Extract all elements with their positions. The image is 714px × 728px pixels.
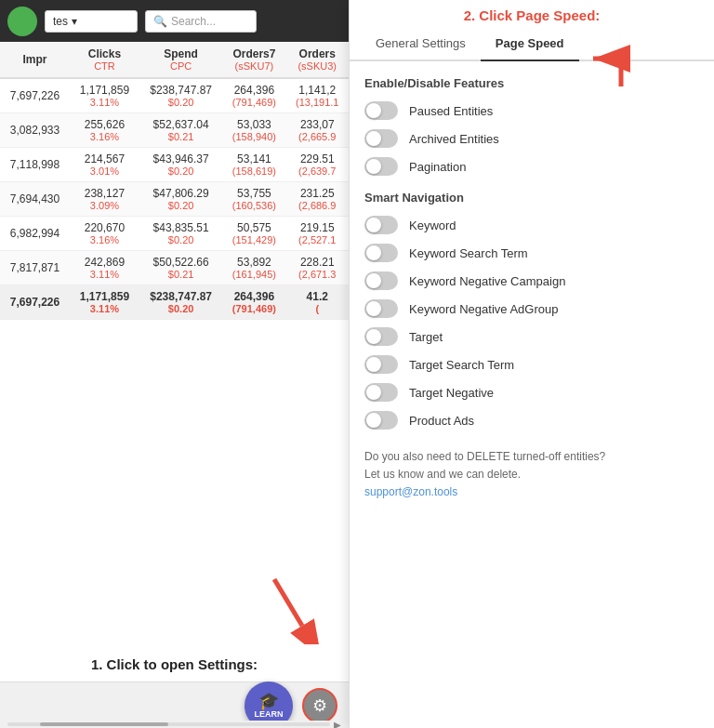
settings-content: Enable/Disable Features Paused Entities …: [350, 61, 714, 517]
smart-nav-toggle-switch[interactable]: [364, 244, 398, 262]
cell-clicks: 242,8693.11%: [70, 251, 139, 285]
smart-nav-toggle-switch[interactable]: [364, 355, 398, 374]
cell-impr: 3,082,933: [0, 113, 70, 148]
scroll-right-icon[interactable]: ▶: [334, 720, 341, 729]
col-clicks: Clicks CTR: [70, 42, 139, 78]
footer-text: Do you also need to DELETE turned-off en…: [364, 448, 699, 502]
horizontal-scrollbar[interactable]: ▶: [0, 721, 349, 728]
cell-orders7: 264,396(791,469): [222, 78, 285, 113]
instruction-1-text: 1. Click to open Settings:: [91, 656, 258, 672]
data-table: Impr Clicks CTR Spend CPC Orders7 (sSKU7…: [0, 42, 349, 320]
cell-impr: 7,118,998: [0, 148, 70, 182]
smart-nav-section-title: Smart Navigation: [364, 191, 699, 205]
cell-orders7: 50,575(151,429): [222, 217, 285, 251]
smart-nav-toggle-switch[interactable]: [364, 299, 398, 318]
instruction-2-container: 2. Click Page Speed:: [350, 0, 714, 27]
table-row: 7,694,430 238,1273.09% $47,806.29$0.20 5…: [0, 182, 349, 217]
smart-nav-toggle-row: Target: [364, 327, 699, 346]
right-panel: 2. Click Page Speed: General Settings Pa…: [349, 0, 714, 728]
col-orders7: Orders7 (sSKU7): [222, 42, 285, 78]
search-box[interactable]: 🔍 Search...: [145, 10, 257, 33]
smart-nav-toggle-row: Target Search Term: [364, 355, 699, 374]
cell-orders: 219.15(2,527.1: [285, 217, 349, 251]
smart-nav-toggle-label: Target Search Term: [409, 358, 514, 372]
search-placeholder: Search...: [171, 15, 216, 28]
arrow-to-settings: [246, 570, 321, 644]
top-bar: tes ▾ 🔍 Search...: [0, 0, 349, 42]
smart-nav-toggle-label: Target Negative: [409, 386, 494, 400]
toggle-pagination: Pagination: [364, 157, 699, 176]
smart-nav-toggle-row: Keyword Negative AdGroup: [364, 299, 699, 318]
cell-impr: 6,982,994: [0, 217, 70, 251]
toggle-pagination-label: Pagination: [409, 160, 466, 174]
learn-label: LEARN: [255, 709, 284, 719]
smart-nav-toggle-label: Product Ads: [409, 414, 474, 428]
table-row: 6,982,994 220,6703.16% $43,835.51$0.20 5…: [0, 217, 349, 251]
graduation-icon: 🎓: [258, 693, 279, 709]
smart-nav-toggle-switch[interactable]: [364, 216, 398, 234]
cell-clicks: 238,1273.09%: [70, 182, 139, 217]
toggle-paused-entities-switch[interactable]: [364, 101, 398, 120]
table-row: 7,817,871 242,8693.11% $50,522.66$0.21 5…: [0, 251, 349, 285]
smart-nav-toggle-switch[interactable]: [364, 327, 398, 346]
col-orders: Orders (sSKU3): [285, 42, 349, 78]
instruction-2-text: 2. Click Page Speed:: [464, 7, 601, 23]
cell-spend: $50,522.66$0.21: [139, 251, 222, 285]
footer-orders: 41.2(: [285, 285, 349, 320]
table-footer-row: 7,697,226 1,171,8593.11% $238,747.87$0.2…: [0, 285, 349, 320]
cell-orders: 231.25(2,686.9: [285, 182, 349, 217]
gear-icon: ⚙: [312, 695, 327, 716]
toggle-archived-entities-label: Archived Entities: [409, 132, 499, 146]
support-email[interactable]: support@zon.tools: [364, 485, 457, 498]
cell-impr: 7,817,871: [0, 251, 70, 285]
cell-spend: $238,747.87$0.20: [139, 78, 222, 113]
col-impr: Impr: [0, 42, 70, 78]
smart-nav-toggle-row: Keyword: [364, 216, 699, 234]
smart-nav-toggle-switch[interactable]: [364, 271, 398, 290]
cell-orders7: 53,755(160,536): [222, 182, 285, 217]
smart-nav-toggle-label: Target: [409, 330, 443, 344]
dropdown-value: tes: [53, 15, 68, 28]
toggle-pagination-switch[interactable]: [364, 157, 398, 176]
toggle-paused-entities: Paused Entities: [364, 101, 699, 120]
smart-nav-toggle-row: Product Ads: [364, 411, 699, 430]
data-table-container: Impr Clicks CTR Spend CPC Orders7 (sSKU7…: [0, 42, 349, 320]
table-row: 3,082,933 255,6263.16% $52,637.04$0.21 5…: [0, 113, 349, 148]
cell-spend: $52,637.04$0.21: [139, 113, 222, 148]
features-section-title: Enable/Disable Features: [364, 76, 699, 90]
footer-line1: Do you also need to DELETE turned-off en…: [364, 450, 605, 463]
smart-nav-toggle-label: Keyword Negative Campaign: [409, 274, 565, 288]
smart-nav-toggle-switch[interactable]: [364, 411, 398, 430]
smart-nav-toggle-row: Target Negative: [364, 383, 699, 402]
table-row: 7,697,226 1,171,8593.11% $238,747.87$0.2…: [0, 78, 349, 113]
tab-page-speed[interactable]: Page Speed: [481, 27, 579, 61]
dropdown[interactable]: tes ▾: [45, 10, 138, 33]
smart-nav-toggle-label: Keyword Search Term: [409, 246, 528, 260]
toggle-archived-entities: Archived Entities: [364, 129, 699, 148]
toggle-paused-entities-label: Paused Entities: [409, 104, 493, 118]
footer-impr: 7,697,226: [0, 285, 70, 320]
smart-nav-toggle-label: Keyword: [409, 218, 456, 232]
cell-orders: 233,07(2,665.9: [285, 113, 349, 148]
footer-clicks: 1,171,8593.11%: [70, 285, 139, 320]
cell-orders: 1,141,2(13,191.1: [285, 78, 349, 113]
settings-button[interactable]: ⚙: [302, 688, 337, 723]
cell-clicks: 1,171,8593.11%: [70, 78, 139, 113]
footer-orders7: 264,396(791,469): [222, 285, 285, 320]
cell-clicks: 220,6703.16%: [70, 217, 139, 251]
smart-nav-toggle-label: Keyword Negative AdGroup: [409, 302, 558, 316]
svg-line-1: [274, 579, 302, 626]
cell-spend: $43,835.51$0.20: [139, 217, 222, 251]
footer-line2: Let us know and we can delete.: [364, 468, 521, 481]
smart-nav-toggle-row: Keyword Search Term: [364, 244, 699, 262]
search-icon: 🔍: [153, 15, 167, 28]
smart-nav-toggle-switch[interactable]: [364, 383, 398, 402]
green-circle-icon: [7, 7, 37, 36]
chevron-down-icon: ▾: [72, 15, 77, 28]
cell-orders7: 53,892(161,945): [222, 251, 285, 285]
smart-nav-toggle-row: Keyword Negative Campaign: [364, 271, 699, 290]
cell-clicks: 255,6263.16%: [70, 113, 139, 148]
cell-impr: 7,697,226: [0, 78, 70, 113]
tab-general-settings[interactable]: General Settings: [361, 27, 481, 61]
toggle-archived-entities-switch[interactable]: [364, 129, 398, 148]
